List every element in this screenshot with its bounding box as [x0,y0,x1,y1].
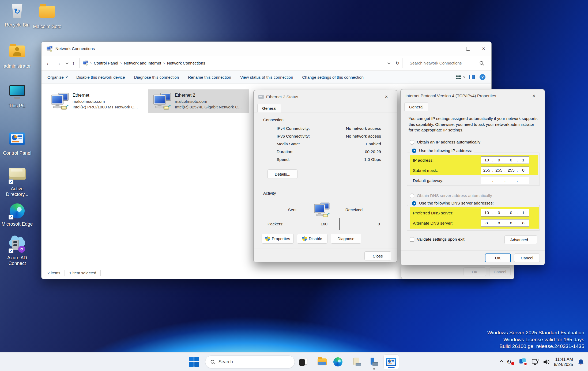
file-explorer-button[interactable] [316,357,328,367]
preview-pane-icon[interactable] [469,75,475,79]
desktop-icon-this-pc[interactable]: This PC [1,84,34,109]
subnet-mask-label: Subnet mask: [413,168,438,173]
connection-group-label: Connection [263,118,284,122]
tab-general[interactable]: General [257,104,281,112]
details-button[interactable]: Details... [267,169,297,179]
refresh-icon[interactable]: ↻ [395,60,399,66]
back-icon[interactable]: ← [46,60,51,66]
azure-sync-blocked-icon[interactable] [519,358,527,366]
explorer-search-input[interactable] [410,61,479,65]
connection-item-ethernet[interactable]: Ethernet malcolmsoto.com Intel(R) PRO/10… [46,89,145,113]
properties-cancel-button[interactable]: Cancel [489,267,511,276]
shortcut-arrow-icon [9,248,13,253]
alternate-dns-field[interactable]: 8 8 8 8 [481,219,529,227]
diagnose-connection-button[interactable]: Diagnose this connection [134,75,179,80]
view-options-button[interactable] [456,75,465,79]
network-tray-icon[interactable] [532,359,538,365]
cancel-label: Cancel [494,270,506,274]
breadcrumb-network-connections[interactable]: Network Connections [167,61,205,65]
radio-icon-checked[interactable] [412,149,416,153]
ok-button[interactable]: OK [485,253,511,262]
server-manager-button[interactable] [368,357,380,367]
desktop-icon-active-directory[interactable]: Active Directory... [1,166,34,197]
activity-group-header: Activity [263,191,387,195]
desktop-icon-microsoft-edge[interactable]: Microsoft Edge [1,203,34,227]
preferred-dns-field[interactable]: 10 0 0 1 [481,209,529,217]
octet: 8 [493,221,504,225]
sync-status-icon[interactable] [507,358,515,365]
dialog-titlebar[interactable]: Internet Protocol Version 4 (TCP/IPv4) P… [401,89,545,102]
system-tray: 11:41 AM 8/24/2025 [499,353,584,371]
tab-general[interactable]: General [404,103,428,111]
view-status-button[interactable]: View status of this connection [240,75,293,80]
file-explorer-icon [318,358,327,365]
properties-label: Properties [272,236,290,241]
checkbox-icon[interactable] [410,237,414,242]
forward-icon[interactable]: → [56,60,61,66]
desktop-icon-administrator[interactable]: administrator [1,43,34,69]
advanced-button[interactable]: Advanced... [504,235,537,244]
radio-obtain-ip[interactable]: Obtain an IP address automatically [410,140,480,145]
taskbar-search[interactable] [205,355,295,368]
control-panel-icon [9,132,26,149]
start-button[interactable] [189,357,199,367]
volume-icon[interactable] [543,359,549,365]
organize-menu[interactable]: Organize [47,75,67,80]
recent-locations-icon[interactable] [66,61,69,64]
tray-overflow-chevron-icon[interactable] [500,360,503,364]
clock[interactable]: 11:41 AM 8/24/2025 [554,357,573,367]
preferred-dns-label: Preferred DNS server: [413,211,453,215]
subnet-mask-field[interactable]: 255 255 255 0 [481,166,529,174]
octet: 0 [493,210,504,215]
help-icon[interactable] [480,74,485,80]
explorer-search-box[interactable] [407,58,487,68]
connection-item-ethernet-2[interactable]: Ethernet 2 malcolmsoto.com Intel(R) 8257… [148,89,249,113]
up-icon[interactable]: ↑ [72,60,75,66]
address-bar[interactable]: Control Panel Network and Internet Netwo… [79,58,403,68]
task-view-button[interactable] [297,357,309,367]
taskbar-search-input[interactable] [218,359,290,365]
radio-use-dns[interactable]: Use the following DNS server addresses: [410,201,496,206]
windows-tools-button[interactable] [351,357,363,367]
window-titlebar[interactable]: Network Connections [42,42,491,56]
notification-bell-icon[interactable] [578,359,584,365]
radio-icon[interactable] [410,140,414,145]
radio-icon-checked[interactable] [412,201,416,206]
sent-label: Sent [288,207,297,212]
breadcrumb-network-and-internet[interactable]: Network and Internet [124,61,161,65]
cancel-button[interactable]: Cancel [514,253,540,262]
desktop-icon-recycle-bin[interactable]: Recycle Bin [1,3,34,28]
validate-settings-row[interactable]: Validate settings upon exit [410,237,464,242]
breadcrumb-control-panel[interactable]: Control Panel [94,61,118,65]
close-button[interactable] [476,42,491,56]
properties-ok-button[interactable]: OK [463,267,486,276]
edge-button[interactable] [332,357,344,367]
ip-address-field[interactable]: 10 0 0 1 [481,156,529,164]
control-panel-button-active[interactable] [383,354,399,369]
taskbar: 11:41 AM 8/24/2025 [0,352,588,371]
desktop-icon-azure-ad-connect[interactable]: Azure AD Connect [1,237,34,266]
minimize-button[interactable] [445,42,460,56]
desktop-icon-control-panel[interactable]: Control Panel [1,131,34,156]
disable-button[interactable]: Disable [297,234,327,244]
connection-name: Ethernet 2 [175,93,242,98]
uac-shield-icon [302,236,307,241]
dialog-titlebar[interactable]: Ethernet 2 Status [254,90,397,104]
properties-button[interactable]: Properties [262,234,294,244]
maximize-button[interactable] [460,42,476,56]
close-button[interactable]: Close [364,251,391,260]
radio-use-ip[interactable]: Use the following IP address: [410,148,474,153]
change-settings-button[interactable]: Change settings of this connection [302,75,364,80]
default-gateway-field[interactable] [481,177,529,184]
close-icon[interactable] [528,93,540,98]
packets-row: Packets: 160 0 [267,218,382,230]
desktop-icon-malcolm-soto[interactable]: Malcolm Soto [31,3,64,29]
address-dropdown-icon[interactable] [387,61,390,64]
diagnose-button[interactable]: Diagnose [331,234,361,244]
rename-connection-button[interactable]: Rename this connection [188,75,231,80]
desktop-icon-label: Azure AD Connect [1,255,34,266]
octet: 10 [481,158,492,162]
octet: 0 [493,158,504,162]
close-icon[interactable] [380,94,392,99]
disable-network-device-button[interactable]: Disable this network device [76,75,125,80]
